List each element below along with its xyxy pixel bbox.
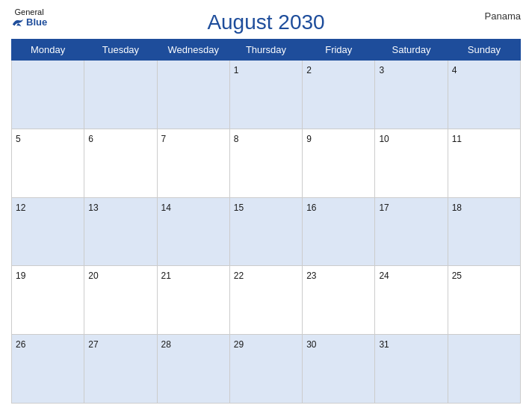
weekday-header-monday: Monday [12,40,84,61]
day-number: 4 [452,65,457,75]
day-cell-3: 3 [375,61,448,129]
day-number: 3 [379,65,384,75]
day-cell-4: 4 [448,61,520,129]
day-cell-28: 28 [157,335,229,404]
day-cell-22: 22 [229,266,302,335]
day-number: 18 [452,203,462,213]
weekday-header-row: MondayTuesdayWednesdayThursdayFridaySatu… [12,40,521,61]
day-number: 31 [379,339,389,350]
week-row-1: 1234 [12,61,521,129]
day-number: 24 [379,271,389,281]
weekday-header-saturday: Saturday [375,40,448,61]
page-title: August 2030 [207,10,324,34]
week-row-2: 567891011 [12,129,521,197]
day-cell-27: 27 [84,335,157,404]
day-number: 20 [88,271,98,281]
day-number: 16 [306,203,316,213]
weekday-header-thursday: Thursday [229,40,302,61]
day-number: 30 [306,339,316,350]
empty-cell [12,61,84,129]
day-number: 26 [16,339,25,350]
day-number: 8 [234,134,239,144]
day-cell-15: 15 [229,197,302,266]
weekday-header-wednesday: Wednesday [157,40,229,61]
day-number: 9 [306,134,312,144]
day-number: 22 [234,271,244,281]
day-number: 27 [88,339,98,350]
day-number: 13 [88,203,98,213]
day-cell-10: 10 [375,129,448,197]
empty-cell [157,61,229,129]
day-cell-31: 31 [375,335,448,404]
day-number: 19 [16,271,25,281]
day-cell-19: 19 [12,266,84,335]
calendar-table: MondayTuesdayWednesdayThursdayFridaySatu… [11,39,521,404]
day-number: 21 [161,271,171,281]
day-number: 10 [379,134,389,144]
day-cell-26: 26 [12,335,84,404]
day-number: 23 [306,271,316,281]
calendar-header: General Blue August 2030 Panama [11,7,521,34]
day-cell-6: 6 [84,129,157,197]
day-number: 2 [306,65,312,75]
day-cell-12: 12 [12,197,84,266]
day-cell-18: 18 [448,197,520,266]
day-cell-5: 5 [12,129,84,197]
day-number: 15 [234,203,244,213]
day-cell-16: 16 [303,197,375,266]
day-cell-14: 14 [157,197,229,266]
day-cell-20: 20 [84,266,157,335]
day-cell-23: 23 [303,266,375,335]
day-number: 25 [452,271,462,281]
weekday-header-tuesday: Tuesday [84,40,157,61]
day-cell-17: 17 [375,197,448,266]
day-number: 29 [234,339,244,350]
week-row-4: 19202122232425 [12,266,521,335]
logo-bird-icon [11,17,25,28]
day-cell-11: 11 [448,129,520,197]
day-number: 14 [161,203,171,213]
country-label: Panama [485,10,521,22]
day-number: 5 [16,134,21,144]
day-cell-24: 24 [375,266,448,335]
week-row-3: 12131415161718 [12,197,521,266]
weekday-header-sunday: Sunday [448,40,520,61]
weekday-header-friday: Friday [303,40,375,61]
day-cell-30: 30 [303,335,375,404]
day-cell-9: 9 [303,129,375,197]
day-number: 17 [379,203,389,213]
day-cell-25: 25 [448,266,520,335]
day-cell-13: 13 [84,197,157,266]
day-cell-2: 2 [303,61,375,129]
logo: General Blue [11,7,47,28]
day-number: 6 [88,134,93,144]
day-cell-21: 21 [157,266,229,335]
day-number: 28 [161,339,171,350]
day-cell-1: 1 [229,61,302,129]
week-row-5: 262728293031 [12,335,521,404]
day-cell-8: 8 [229,129,302,197]
day-number: 11 [452,134,462,144]
empty-cell [84,61,157,129]
day-number: 7 [161,134,167,144]
day-cell-7: 7 [157,129,229,197]
day-number: 12 [16,203,25,213]
empty-cell [448,335,520,404]
day-cell-29: 29 [229,335,302,404]
logo-general: General [15,7,44,16]
logo-blue: Blue [11,16,47,28]
day-number: 1 [234,65,239,75]
